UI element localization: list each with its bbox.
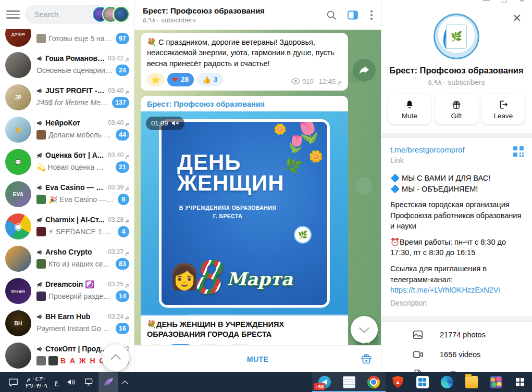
unread-badge: 83	[116, 258, 129, 270]
window-minimize-button[interactable]: —	[483, 0, 490, 4]
scroll-to-top-button[interactable]	[102, 344, 129, 371]
chat-time: 03:39 م	[108, 184, 129, 191]
media-stat-row[interactable]: 1656 videos	[381, 345, 532, 364]
description-line: Брестская городская организация Профсоюз…	[390, 199, 523, 232]
tulip-flower-icon: 🌷	[283, 133, 308, 155]
start-button[interactable]	[508, 372, 532, 392]
preview-thumbnail	[36, 259, 46, 269]
invite-link[interactable]: https://t.me/+LVrhlOKHzzExN2Vi	[390, 285, 523, 296]
channel-megaphone-icon	[36, 184, 43, 191]
mute-button[interactable]: MUTE	[247, 355, 268, 363]
leave-button[interactable]: Leave	[482, 94, 525, 124]
topics-panel-icon[interactable]	[347, 9, 359, 21]
taskbar-clock[interactable]: ٠٤:٣٠ م ٢٦/٠٣/٠٩	[22, 375, 51, 390]
reaction-pill[interactable]: 👍3	[197, 73, 222, 86]
views-count: 910	[302, 78, 314, 85]
channel-link[interactable]: t.me/brestgorcomprof	[390, 145, 523, 154]
window-close-button[interactable]: ✕	[519, 0, 525, 4]
chat-footer: MUTE	[134, 346, 381, 372]
language-indicator[interactable]: ع	[51, 372, 63, 392]
chat-header[interactable]: Брест: Профсоюз образования ٥,٩٨٠ subscr…	[134, 0, 381, 30]
more-menu-icon[interactable]	[368, 8, 375, 22]
taskbar-app-store[interactable]	[410, 372, 435, 392]
gift-button[interactable]: Gift	[435, 94, 478, 124]
story-avatar[interactable]	[114, 7, 129, 22]
gift-icon[interactable]	[360, 352, 373, 365]
network-icon[interactable]	[80, 372, 98, 392]
chat-list-item[interactable]: 🐈НейроКот03:40 مДелаем мебель на …44	[0, 113, 134, 146]
chat-list-item[interactable]: ◉Charmix | AI-Ст...03:28 م⚡ SEEDANCE 1.5…	[0, 210, 134, 243]
video-progress-bar[interactable]	[141, 314, 348, 315]
taskbar-app-game[interactable]	[484, 372, 508, 392]
chat-avatar: 🐈	[5, 117, 31, 143]
chat-time: 03:24 م	[108, 313, 129, 320]
chat-list-item[interactable]: JPJUST PROFIT - ₿03:40 م249$ for lifetim…	[0, 81, 134, 113]
chat-list-item[interactable]: 💬Оценка бот | А...03:40 م💫 Новая оценка …	[0, 146, 134, 178]
mute-button[interactable]: Mute	[388, 94, 431, 124]
channel-megaphone-icon	[36, 120, 43, 127]
preview-thumbnail	[36, 130, 46, 140]
section-divider	[381, 133, 532, 138]
chat-title: Гоша Романов …	[36, 54, 105, 62]
scroll-to-bottom-button[interactable]	[351, 316, 378, 343]
link-row[interactable]: t.me/brestgorcomprof Link	[381, 138, 532, 168]
taskbar-app-telegram[interactable]: ٠83	[312, 372, 337, 392]
media-stat-row[interactable]: 22 files	[381, 364, 532, 372]
chat-list-item[interactable]: BHBH Earn Hub03:24 مPayment Instant Go G…	[0, 307, 134, 339]
close-panel-icon[interactable]: ✕	[510, 11, 524, 25]
march-8-lettering: 8 Марта	[162, 258, 327, 297]
window-maximize-button[interactable]: ▢	[501, 0, 508, 4]
chat-preview: Кто из наших сейча...	[36, 259, 113, 269]
reaction-pill[interactable]: ⭐	[147, 73, 164, 86]
taskbar-app-brave[interactable]: ▲	[386, 372, 410, 392]
chat-preview: Делаем мебель на …	[36, 130, 113, 140]
search-input[interactable]	[33, 10, 85, 19]
taskbar-app-chrome[interactable]	[361, 372, 386, 392]
clock-date: ٢٦/٠٣/٠٩	[26, 382, 47, 389]
leave-icon	[498, 99, 509, 110]
description-line: 🔷 МЫ С ВАМИ И ДЛЯ ВАС!	[390, 173, 523, 184]
chat-avatar	[5, 246, 31, 272]
unread-badge: 24	[116, 65, 129, 76]
channel-megaphone-icon	[36, 313, 43, 320]
chat-preview: Основные сценарии, к...	[36, 66, 113, 74]
daisy-flower-icon: 🌼	[309, 151, 323, 162]
chat-list-item[interactable]: ДУШИДУШИГотовы еще 5 набо...97	[0, 29, 134, 49]
system-tray: ٠٤:٣٠ م ٢٦/٠٣/٠٩ ع	[0, 372, 131, 392]
taskbar-app-explorer[interactable]	[459, 372, 484, 392]
chat-list-item[interactable]: EVAEva Casino — оф...03:39 م🎉 Eva Casino…	[0, 178, 134, 210]
share-button[interactable]	[353, 59, 376, 82]
chat-time: 03:40 م	[108, 87, 129, 94]
video-player[interactable]: 01:09 🌷 🌷 🌼 🌼 🌿 ДЕН	[141, 111, 348, 315]
message-text: 💐 С праздником, дорогие ветераны! Здоров…	[147, 37, 342, 69]
search-icon[interactable]	[326, 9, 337, 21]
chat-list-item[interactable]: Гоша Романов …03:42 مОсновные сценарии, …	[0, 49, 134, 81]
chevron-up-icon	[110, 354, 121, 364]
stories-cluster[interactable]	[97, 7, 129, 22]
message-bubble[interactable]: 💐 С праздником, дорогие ветераны! Здоров…	[141, 33, 348, 91]
chat-list-item[interactable]: Arsho Crypto03:27 مКто из наших сейча...…	[0, 243, 134, 275]
search-bar[interactable]	[25, 5, 130, 24]
preview-thumbnail	[36, 34, 46, 43]
taskbar-app-notepad[interactable]	[337, 372, 361, 392]
action-center-icon[interactable]	[4, 372, 22, 392]
volume-icon[interactable]	[63, 372, 80, 392]
message-bubble[interactable]: Брест: Профсоюз образования 01:09 🌷 🌷 🌼	[141, 96, 348, 346]
action-label: Leave	[494, 112, 513, 120]
chat-list-item[interactable]: DreamDreamcoin ☯️03:25 مПроверяй раздел …	[0, 275, 134, 307]
feather-app-icon[interactable]	[98, 372, 118, 392]
channel-avatar[interactable]: 🌿	[434, 14, 479, 59]
menu-hamburger-icon[interactable]	[6, 9, 20, 20]
chevron-down-icon	[359, 323, 369, 333]
taskbar-app-edge[interactable]	[435, 372, 459, 392]
unread-badge: 8	[118, 194, 129, 205]
hidden-icons-chevron[interactable]	[118, 372, 131, 392]
qr-code-icon[interactable]	[513, 146, 524, 157]
channel-megaphone-icon	[36, 55, 43, 62]
muted-channel-megaphone-icon	[36, 152, 43, 159]
share-arrow-icon	[358, 65, 370, 75]
reaction-pill[interactable]: ❤28	[167, 73, 194, 86]
reaction-emoji: ⭐	[151, 75, 160, 84]
telegram-desktop-screen: ДУШИДУШИГотовы еще 5 набо...97Гоша Роман…	[0, 0, 532, 392]
media-stat-row[interactable]: 21774 photos	[381, 325, 532, 345]
